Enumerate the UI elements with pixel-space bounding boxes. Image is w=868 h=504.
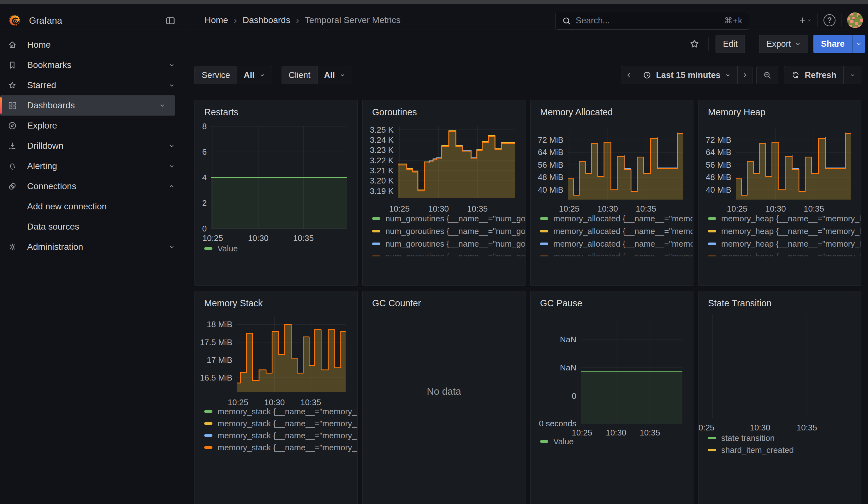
sidebar-item-dashboards[interactable]: Dashboards — [0, 95, 175, 116]
legend-series-label[interactable]: num_goroutines {__name__="num_go — [385, 252, 525, 257]
sidebar-item-home[interactable]: Home — [0, 35, 185, 55]
panel-title[interactable]: Restarts — [204, 107, 238, 117]
legend-series-color[interactable] — [708, 230, 716, 233]
legend-item[interactable]: num_goroutines {__name__="num_go — [372, 212, 525, 225]
legend-series-label[interactable]: memory_allocated {__name__="memo — [553, 214, 693, 224]
legend-series-color[interactable] — [708, 255, 716, 256]
legend-series-color[interactable] — [708, 449, 716, 451]
chevron-down-icon[interactable] — [168, 163, 175, 169]
sidebar-item-starred[interactable]: Starred — [0, 75, 185, 95]
legend-series-color[interactable] — [204, 422, 213, 425]
breadcrumb-item-home[interactable]: Home — [205, 15, 228, 25]
legend-series-label[interactable]: memory_stack {__name__="memory_s — [217, 419, 356, 429]
legend-series-label[interactable]: num_goroutines {__name__="num_go — [385, 226, 525, 236]
legend-item[interactable]: memory_heap {__name__="memory_h — [708, 237, 860, 250]
legend-item[interactable]: memory_stack {__name__="memory_s — [204, 430, 356, 442]
help-icon[interactable]: ? — [824, 14, 836, 26]
legend-series-color[interactable] — [204, 446, 213, 449]
panel-title[interactable]: GC Counter — [372, 298, 421, 309]
legend-series-color[interactable] — [372, 230, 380, 233]
legend-series-label[interactable]: memory_allocated {__name__="memo — [553, 239, 693, 249]
sidebar-item-add-new-connection[interactable]: Add new connection — [0, 196, 185, 217]
legend-series-label[interactable]: memory_stack {__name__="memory_s — [217, 407, 356, 416]
legend-series-label[interactable]: memory_allocated {__name__="memo — [553, 226, 693, 236]
legend-series-color[interactable] — [372, 217, 380, 220]
legend-series-label[interactable]: Value — [217, 244, 238, 254]
panel-title[interactable]: State Transition — [708, 298, 772, 309]
sidebar-toggle-icon[interactable] — [164, 14, 177, 27]
breadcrumb-item-dashboards[interactable]: Dashboards — [243, 15, 290, 25]
legend-series-color[interactable] — [204, 434, 213, 437]
legend-series-color[interactable] — [540, 243, 548, 245]
time-range-picker[interactable]: Last 15 minutes — [636, 66, 737, 84]
legend-series-label[interactable]: memory_heap {__name__="memory_h — [721, 252, 860, 257]
legend-item[interactable]: shard_item_created — [708, 444, 860, 456]
user-avatar[interactable] — [847, 12, 863, 28]
legend-series-label[interactable]: Value — [553, 437, 574, 446]
legend-series-color[interactable] — [540, 217, 548, 220]
sidebar-item-drilldown[interactable]: Drilldown — [0, 136, 185, 156]
panel-title[interactable]: Memory Stack — [204, 298, 262, 309]
time-shift-forward-button[interactable] — [737, 66, 752, 84]
share-button[interactable]: Share — [813, 35, 852, 53]
legend-series-color[interactable] — [708, 437, 716, 439]
legend-series-color[interactable] — [540, 440, 548, 443]
refresh-button[interactable]: Refresh — [784, 66, 844, 84]
chevron-down-icon[interactable] — [168, 244, 175, 250]
legend-series-label[interactable]: num_goroutines {__name__="num_go — [385, 214, 525, 224]
legend-item[interactable]: memory_allocated {__name__="memo — [540, 212, 693, 225]
variable-value-dropdown[interactable]: All — [318, 66, 352, 84]
legend-series-label[interactable]: memory_stack {__name__="memory_s — [217, 443, 356, 453]
time-shift-back-button[interactable] — [621, 66, 636, 84]
legend-item[interactable]: memory_stack {__name__="memory_s — [204, 418, 356, 430]
legend-series-label[interactable]: shard_item_created — [721, 445, 794, 455]
chevron-up-icon[interactable] — [168, 183, 175, 190]
panel-title[interactable]: Memory Allocated — [540, 107, 613, 117]
add-new-button[interactable] — [798, 13, 812, 27]
legend-item[interactable]: memory_stack {__name__="memory_s — [204, 405, 356, 418]
legend-item[interactable]: memory_heap {__name__="memory_h — [708, 225, 860, 237]
legend-series-color[interactable] — [372, 243, 380, 245]
chevron-down-icon[interactable] — [159, 102, 166, 109]
legend-series-color[interactable] — [204, 410, 213, 413]
legend-item[interactable]: Value — [540, 435, 693, 448]
legend-series-color[interactable] — [372, 255, 380, 256]
legend-series-label[interactable]: memory_allocated {__name__="memo — [553, 252, 693, 257]
legend-item[interactable]: num_goroutines {__name__="num_go — [372, 237, 525, 250]
legend-series-color[interactable] — [708, 243, 716, 245]
legend-item[interactable]: memory_heap {__name__="memory_h — [708, 212, 860, 225]
legend-series-color[interactable] — [540, 230, 548, 233]
legend-item[interactable]: memory_heap {__name__="memory_h — [708, 250, 860, 256]
legend-item[interactable]: num_goroutines {__name__="num_go — [372, 225, 525, 237]
chevron-down-icon[interactable] — [168, 142, 175, 150]
legend-item[interactable]: memory_allocated {__name__="memo — [540, 225, 693, 237]
legend-series-label[interactable]: state transition — [721, 433, 775, 443]
chevron-down-icon[interactable] — [168, 62, 175, 69]
legend-item[interactable]: num_goroutines {__name__="num_go — [372, 250, 525, 256]
refresh-interval-button[interactable] — [844, 66, 861, 84]
star-dashboard-icon[interactable] — [688, 37, 701, 51]
share-dropdown-button[interactable] — [852, 35, 865, 53]
sidebar-item-alerting[interactable]: Alerting — [0, 156, 185, 176]
variable-client[interactable]: ClientAll — [281, 66, 353, 84]
search-field[interactable] — [576, 16, 720, 25]
sidebar-item-explore[interactable]: Explore — [0, 116, 185, 136]
zoom-out-button[interactable] — [756, 66, 778, 84]
legend-series-color[interactable] — [708, 217, 716, 220]
chevron-down-icon[interactable] — [168, 82, 175, 89]
sidebar-item-bookmarks[interactable]: Bookmarks — [0, 55, 185, 75]
legend-item[interactable]: state transition — [708, 432, 860, 444]
legend-series-label[interactable]: memory_stack {__name__="memory_s — [217, 431, 356, 441]
legend-series-color[interactable] — [540, 255, 548, 256]
panel-title[interactable]: GC Pause — [540, 298, 582, 309]
panel-title[interactable]: Goroutines — [372, 107, 417, 117]
legend-item[interactable]: memory_stack {__name__="memory_s — [204, 442, 356, 453]
variable-value-dropdown[interactable]: All — [237, 66, 272, 84]
export-button[interactable]: Export — [759, 35, 808, 53]
edit-button[interactable]: Edit — [715, 35, 745, 53]
legend-item[interactable]: Value — [204, 242, 356, 255]
sidebar-item-data-sources[interactable]: Data sources — [0, 217, 185, 237]
legend-series-label[interactable]: memory_heap {__name__="memory_h — [721, 239, 860, 249]
legend-item[interactable]: memory_allocated {__name__="memo — [540, 250, 693, 256]
legend-item[interactable]: memory_allocated {__name__="memo — [540, 237, 693, 250]
